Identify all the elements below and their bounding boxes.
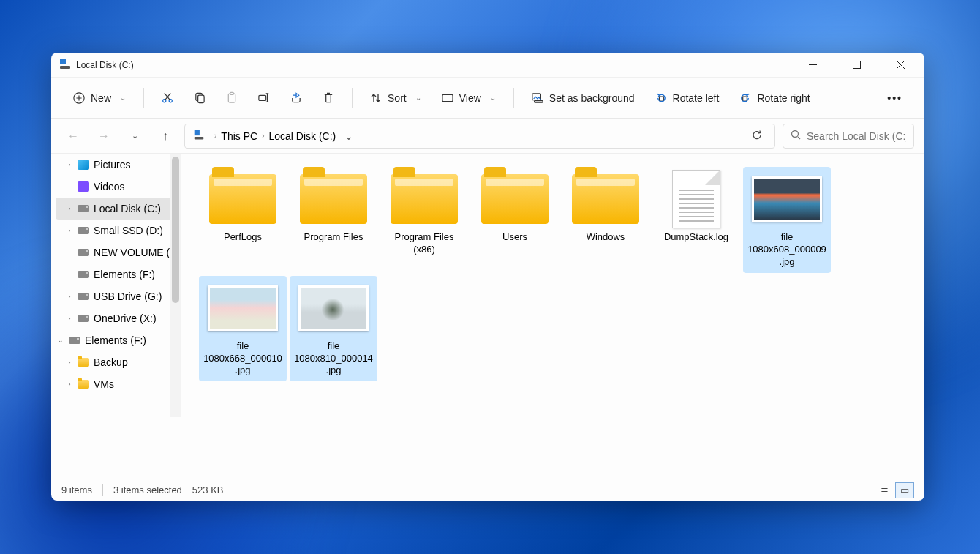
paste-button[interactable]	[219, 88, 245, 108]
chevron-icon[interactable]: ›	[66, 293, 73, 300]
item-label: file 1080x810_000014.jpg	[294, 340, 373, 378]
sidebar-item-label: Elements (F:)	[85, 334, 146, 346]
toolbar: New ⌄ Sort ⌄ View ⌄ Set as background Ro…	[51, 78, 924, 119]
content-pane[interactable]: PerfLogsProgram FilesProgram Files (x86)…	[181, 154, 924, 479]
doc-item[interactable]: DumpStack.log	[652, 167, 740, 273]
sidebar-item-label: NEW VOLUME (	[94, 247, 170, 258]
folder-item[interactable]: Windows	[562, 167, 649, 273]
back-button[interactable]: ←	[61, 124, 85, 148]
sidebar-item-pictures[interactable]: ›Pictures	[51, 154, 181, 176]
svg-line-26	[798, 137, 800, 139]
sidebar-item-usb-drive-g-[interactable]: ›USB Drive (G:)	[51, 285, 181, 307]
folder-item[interactable]: Users	[471, 167, 559, 273]
sidebar-item-new-volume-[interactable]: NEW VOLUME (	[51, 242, 181, 263]
copy-icon	[194, 92, 206, 104]
chevron-icon[interactable]: ⌄	[57, 337, 64, 344]
search-input[interactable]	[807, 130, 906, 142]
scrollbar-thumb[interactable]	[172, 157, 179, 303]
chevron-icon[interactable]: ›	[66, 227, 73, 234]
image-thumbnail	[298, 280, 369, 336]
search-box[interactable]	[783, 124, 914, 149]
folder-icon	[570, 171, 641, 227]
drive-icon	[78, 227, 89, 234]
set-background-button[interactable]: Set as background	[524, 88, 642, 108]
drive-icon	[78, 249, 89, 256]
item-label: PerfLogs	[224, 231, 262, 244]
breadcrumb-part[interactable]: This PC	[221, 130, 257, 142]
selection-status: 3 items selected	[113, 484, 182, 495]
icons-view-button[interactable]: ▭	[895, 482, 914, 498]
delete-button[interactable]	[315, 88, 342, 108]
sidebar-item-elements-f-[interactable]: Elements (F:)	[51, 263, 181, 285]
sidebar-item-label: Local Disk (C:)	[94, 203, 161, 214]
rotate-left-button[interactable]: Rotate left	[648, 88, 727, 108]
scrollbar[interactable]	[170, 154, 181, 417]
image-thumbnail	[208, 280, 278, 336]
minimize-button[interactable]	[802, 54, 823, 76]
maximize-button[interactable]	[845, 54, 867, 76]
view-button[interactable]: View ⌄	[434, 88, 503, 108]
sidebar-item-elements-f-[interactable]: ⌄Elements (F:)	[51, 329, 181, 351]
folder-item[interactable]: PerfLogs	[199, 167, 287, 273]
rename-button[interactable]	[251, 88, 277, 108]
folder-icon	[208, 171, 278, 227]
folder-item[interactable]: Program Files (x86)	[380, 167, 468, 273]
pc-icon	[195, 132, 204, 139]
sidebar-item-backup[interactable]: ›Backup	[51, 351, 181, 373]
sidebar-item-label: Videos	[94, 181, 125, 192]
new-button[interactable]: New ⌄	[66, 88, 133, 108]
drive-icon	[78, 271, 89, 278]
copy-button[interactable]	[186, 88, 213, 108]
image-item[interactable]: file 1080x810_000014.jpg	[290, 276, 377, 382]
window-title: Local Disk (C:)	[76, 60, 134, 70]
chevron-icon[interactable]: ›	[66, 205, 73, 212]
selection-size: 523 KB	[192, 484, 224, 495]
svg-rect-15	[259, 95, 266, 100]
chevron-down-icon: ⌄	[120, 94, 126, 102]
chevron-icon[interactable]: ›	[66, 161, 73, 168]
breadcrumb[interactable]: › This PC › Local Disk (C:) ⌄	[184, 124, 775, 149]
svg-rect-1	[853, 61, 860, 69]
refresh-button[interactable]	[746, 130, 769, 143]
clipboard-icon	[226, 92, 238, 104]
sidebar-item-vms[interactable]: ›VMs	[51, 373, 181, 395]
sort-button[interactable]: Sort ⌄	[363, 88, 429, 108]
sidebar-item-label: Pictures	[94, 159, 131, 171]
sidebar-item-small-ssd-d-[interactable]: ›Small SSD (D:)	[51, 220, 181, 242]
rotate-right-icon	[739, 92, 751, 104]
details-view-button[interactable]: ≣	[875, 482, 894, 498]
folder-item[interactable]: Program Files	[290, 167, 377, 273]
chevron-icon[interactable]: ›	[66, 359, 73, 366]
close-button[interactable]	[889, 54, 911, 76]
up-button[interactable]: ↑	[154, 124, 177, 148]
item-count: 9 items	[61, 484, 92, 495]
status-bar: 9 items 3 items selected 523 KB ≣ ▭	[51, 479, 924, 501]
chevron-icon[interactable]: ›	[66, 315, 73, 322]
forward-button[interactable]: →	[92, 124, 116, 148]
image-item[interactable]: file 1080x668_000010.jpg	[199, 276, 287, 382]
view-label: View	[459, 92, 481, 104]
trash-icon	[323, 92, 334, 104]
chevron-icon[interactable]: ›	[66, 381, 73, 388]
folder-icon	[298, 171, 369, 227]
rotate-right-label: Rotate right	[757, 92, 810, 104]
rotate-right-button[interactable]: Rotate right	[732, 88, 817, 108]
svg-rect-14	[230, 92, 234, 94]
sidebar-item-onedrive-x-[interactable]: ›OneDrive (X:)	[51, 307, 181, 329]
breadcrumb-dropdown[interactable]: ⌄	[340, 130, 358, 142]
folder-icon	[480, 171, 550, 227]
drive-icon	[78, 315, 89, 322]
item-label: Windows	[587, 231, 625, 244]
recent-button[interactable]: ⌄	[123, 124, 146, 148]
item-label: Users	[502, 231, 527, 244]
folder-icon	[78, 380, 89, 389]
breadcrumb-part[interactable]: Local Disk (C:)	[268, 130, 336, 142]
image-item[interactable]: file 1080x608_000009.jpg	[743, 167, 831, 273]
more-button[interactable]: •••	[880, 88, 910, 108]
cut-button[interactable]	[154, 88, 181, 108]
sidebar-item-local-disk-c-[interactable]: ›Local Disk (C:)	[56, 198, 176, 220]
share-button[interactable]	[283, 88, 309, 108]
sidebar-item-videos[interactable]: Videos	[51, 176, 181, 198]
new-label: New	[91, 92, 111, 104]
rotate-left-icon	[655, 92, 667, 104]
